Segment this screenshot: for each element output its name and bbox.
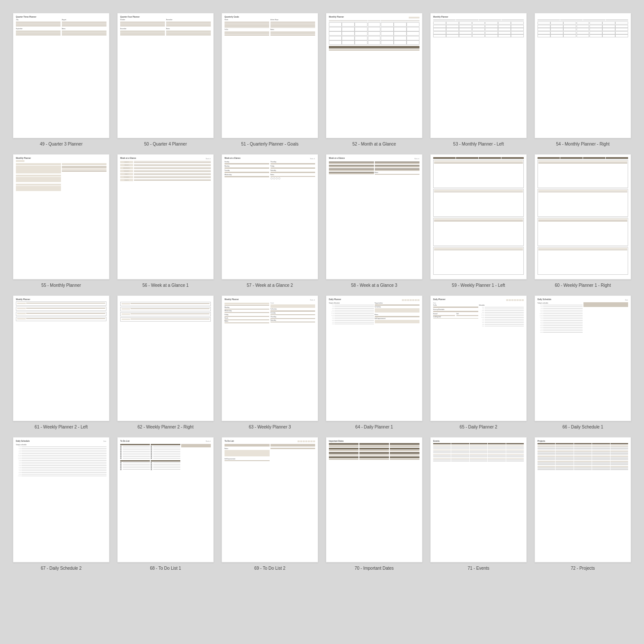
- planner-grid: Quarter Three Planner July August Septem…: [13, 13, 631, 571]
- planner-card-65[interactable]: Daily Planner Date: To Do Grocery Remind…: [430, 295, 527, 421]
- planner-card-49[interactable]: Quarter Three Planner July August Septem…: [13, 13, 109, 138]
- planner-item-56: Week at a Glance Week of: MONDAY TUESDAY…: [117, 154, 214, 288]
- planner-card-69[interactable]: To Do List Notes Self Improvement: [222, 437, 318, 562]
- planner-card-70[interactable]: Important Dates: [326, 437, 422, 562]
- planner-label-52: 52 - Month at a Glance: [352, 142, 396, 146]
- planner-item-51: Quarterly Goals Goals Action Steps To Do…: [222, 13, 318, 146]
- planner-card-72[interactable]: Projects: [535, 437, 631, 562]
- planner-label-71: 71 - Events: [468, 566, 489, 571]
- planner-label-64: 64 - Daily Planner 1: [355, 425, 393, 429]
- planner-item-52: Monthly Planner 52 - Month at a Glance: [326, 13, 422, 146]
- planner-item-59: 59 - Weekly Planner 1 - Left: [430, 154, 527, 288]
- planner-item-66: Daily Schedule Date: Today's schedule 5 …: [535, 295, 631, 429]
- planner-item-70: Important Dates: [326, 437, 422, 571]
- planner-card-51[interactable]: Quarterly Goals Goals Action Steps To Do…: [222, 13, 318, 138]
- planner-label-55: 55 - Monthly Planner: [41, 283, 81, 288]
- planner-item-57: Week at a Glance Week of: Sunday Monday: [222, 154, 318, 288]
- planner-card-56[interactable]: Week at a Glance Week of: MONDAY TUESDAY…: [117, 154, 214, 279]
- planner-card-60[interactable]: [535, 154, 631, 279]
- planner-label-65: 65 - Daily Planner 2: [460, 425, 498, 429]
- planner-item-62: 62 - Weekly Planner 2 - Right: [117, 295, 214, 429]
- planner-label-60: 60 - Weekly Planner 1 - Right: [555, 283, 611, 288]
- planner-card-58[interactable]: Week at a Glance Week of:: [326, 154, 422, 279]
- planner-item-50: Quarter Four Planner October November De…: [117, 13, 214, 146]
- planner-item-71: Events: [430, 437, 527, 571]
- planner-label-68: 68 - To Do List 1: [150, 566, 181, 571]
- planner-label-57: 57 - Week at a Glance 2: [247, 283, 293, 288]
- planner-card-57[interactable]: Week at a Glance Week of: Sunday Monday: [222, 154, 318, 279]
- planner-label-53: 53 - Monthly Planner - Left: [453, 142, 504, 146]
- planner-item-72: Projects: [535, 437, 631, 571]
- planner-item-55: Monthly Planner 55 - Monthly Planner: [13, 154, 109, 288]
- planner-label-69: 69 - To Do List 2: [254, 566, 286, 571]
- planner-item-61: Weekly Planner: [13, 295, 109, 429]
- planner-label-63: 63 - Weekly Planner 3: [249, 425, 291, 429]
- planner-item-53: Monthly Planner 53 - Monthly Planner - L…: [430, 13, 527, 146]
- planner-label-50: 50 - Quarter 4 Planner: [144, 142, 187, 146]
- planner-label-59: 59 - Weekly Planner 1 - Left: [452, 283, 505, 288]
- planner-label-72: 72 - Projects: [571, 566, 595, 571]
- planner-label-49: 49 - Quarter 3 Planner: [40, 142, 83, 146]
- planner-label-54: 54 - Monthly Planner - Right: [556, 142, 610, 146]
- planner-card-62[interactable]: [117, 295, 214, 421]
- planner-item-67: Daily Schedule Date: Today's schedule 5 …: [13, 437, 109, 571]
- planner-item-63: Weekly Planner Week of: Monday Wednesday…: [222, 295, 318, 429]
- planner-card-52[interactable]: Monthly Planner: [326, 13, 422, 138]
- planner-card-64[interactable]: Daily Planner Today's Schedule 6:00 7:00…: [326, 295, 422, 421]
- planner-item-49: Quarter Three Planner July August Septem…: [13, 13, 109, 146]
- planner-card-66[interactable]: Daily Schedule Date: Today's schedule 5 …: [535, 295, 631, 421]
- planner-card-63[interactable]: Weekly Planner Week of: Monday Wednesday…: [222, 295, 318, 421]
- planner-item-65: Daily Planner Date: To Do Grocery Remind…: [430, 295, 527, 429]
- planner-label-58: 58 - Week at a Glance 3: [351, 283, 398, 288]
- planner-item-54: Monthly Planner 54 - Monthly Planner - R…: [535, 13, 631, 146]
- planner-label-66: 66 - Daily Schedule 1: [562, 425, 603, 429]
- planner-label-51: 51 - Quarterly Planner - Goals: [241, 142, 298, 146]
- planner-card-61[interactable]: Weekly Planner: [13, 295, 109, 421]
- planner-label-62: 62 - Weekly Planner 2 - Right: [137, 425, 193, 429]
- planner-item-60: 60 - Weekly Planner 1 - Right: [535, 154, 631, 288]
- planner-label-61: 61 - Weekly Planner 2 - Left: [35, 425, 88, 429]
- planner-card-53[interactable]: Monthly Planner: [430, 13, 527, 138]
- planner-item-58: Week at a Glance Week of:: [326, 154, 422, 288]
- planner-card-54[interactable]: Monthly Planner: [535, 13, 631, 138]
- planner-item-64: Daily Planner Today's Schedule 6:00 7:00…: [326, 295, 422, 429]
- planner-item-68: To Do List Week of: 68 - To Do List: [117, 437, 214, 571]
- planner-item-69: To Do List Notes Self Improvement 69 - T…: [222, 437, 318, 571]
- planner-card-71[interactable]: Events: [430, 437, 527, 562]
- planner-card-67[interactable]: Daily Schedule Date: Today's schedule 5 …: [13, 437, 109, 562]
- planner-card-59[interactable]: [430, 154, 527, 279]
- planner-card-55[interactable]: Monthly Planner: [13, 154, 109, 279]
- planner-label-67: 67 - Daily Schedule 2: [41, 566, 82, 571]
- planner-card-68[interactable]: To Do List Week of:: [117, 437, 214, 562]
- planner-card-50[interactable]: Quarter Four Planner October November De…: [117, 13, 214, 138]
- planner-label-56: 56 - Week at a Glance 1: [143, 283, 189, 288]
- planner-label-70: 70 - Important Dates: [355, 566, 394, 571]
